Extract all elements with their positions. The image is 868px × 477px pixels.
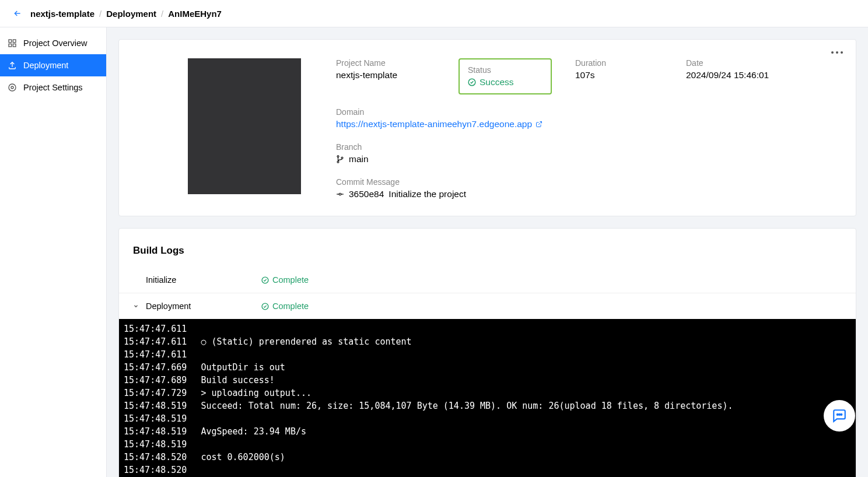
terminal-line: 15:47:47.611	[123, 348, 852, 361]
date-label: Date	[686, 58, 774, 68]
more-button[interactable]	[831, 51, 843, 54]
terminal-text: OutputDir is out	[201, 361, 285, 374]
ellipsis-icon	[831, 51, 843, 54]
sidebar-item-label: Project Settings	[23, 83, 83, 92]
domain-link[interactable]: https://nextjs-template-animeehyn7.edgeo…	[336, 119, 542, 129]
terminal-text: Succeed: Total num: 26, size: 15,084,107…	[201, 399, 733, 412]
project-name-block: Project Name nextjs-template	[336, 58, 435, 94]
branch-value: main	[336, 154, 835, 164]
breadcrumb-sep: /	[161, 9, 163, 19]
build-logs-title: Build Logs	[119, 245, 856, 267]
svg-point-20	[841, 414, 842, 415]
arrow-left-icon	[13, 9, 22, 18]
svg-point-8	[841, 51, 843, 54]
terminal-text: > uploading output...	[201, 387, 312, 399]
svg-point-13	[339, 193, 341, 195]
deployment-overview-card: Project Name nextjs-template Status Succ…	[118, 39, 856, 216]
svg-point-7	[836, 51, 838, 54]
terminal-timestamp: 15:47:47.611	[123, 335, 187, 348]
date-block: Date 2024/09/24 15:46:01	[686, 58, 774, 94]
duration-label: Duration	[575, 58, 663, 68]
terminal-line: 15:47:47.689Build success!	[123, 374, 852, 387]
domain-block: Domain https://nextjs-template-animeehyn…	[336, 107, 835, 129]
terminal-line: 15:47:48.520	[123, 464, 852, 476]
sidebar: Project Overview Deployment Project Sett…	[0, 27, 107, 477]
domain-label: Domain	[336, 107, 835, 117]
svg-rect-2	[9, 44, 12, 47]
svg-point-19	[839, 414, 840, 415]
step-name: Deployment	[146, 301, 257, 311]
grid-icon	[7, 38, 18, 48]
project-name-value: nextjs-template	[336, 70, 435, 80]
terminal-line: 15:47:48.519	[123, 438, 852, 451]
sidebar-item-label: Deployment	[23, 61, 68, 70]
svg-rect-1	[13, 40, 16, 43]
duration-value: 107s	[575, 70, 663, 80]
svg-point-6	[831, 51, 834, 54]
commit-message: Initialize the project	[388, 189, 466, 199]
terminal-text: ○ (Static) prerendered as static content	[201, 335, 411, 348]
topbar: nextjs-template / Deployment / AnIMeEHyn…	[0, 0, 868, 27]
chevron-icon	[133, 275, 141, 285]
git-commit-icon	[336, 190, 344, 198]
breadcrumb-sep: /	[99, 9, 102, 19]
terminal-timestamp: 15:47:47.729	[123, 387, 187, 399]
svg-rect-3	[13, 44, 16, 47]
terminal-timestamp: 15:47:47.669	[123, 361, 187, 374]
terminal-text: AvgSpeed: 23.94 MB/s	[201, 425, 306, 438]
terminal-line: 15:47:48.519Succeed: Total num: 26, size…	[123, 399, 852, 412]
terminal-line: 15:47:48.519	[123, 412, 852, 425]
commit-hash: 3650e84	[349, 189, 384, 199]
external-link-icon	[536, 121, 542, 128]
complete-text: Complete	[272, 301, 309, 311]
date-value: 2024/09/24 15:46:01	[686, 70, 774, 80]
breadcrumb-deployment[interactable]: Deployment	[106, 9, 156, 19]
back-button[interactable]	[12, 8, 23, 19]
svg-point-4	[11, 86, 13, 89]
chat-icon	[832, 408, 847, 423]
check-circle-icon	[261, 303, 269, 310]
terminal-timestamp: 15:47:47.611	[123, 348, 187, 361]
terminal-line: 15:47:47.729> uploading output...	[123, 387, 852, 399]
terminal-timestamp: 15:47:48.519	[123, 399, 187, 412]
log-step-deployment[interactable]: Deployment Complete	[119, 293, 856, 319]
terminal-timestamp: 15:47:48.519	[123, 425, 187, 438]
breadcrumb-project[interactable]: nextjs-template	[30, 9, 94, 19]
breadcrumb: nextjs-template / Deployment / AnIMeEHyn…	[30, 9, 222, 19]
main-content: Project Name nextjs-template Status Succ…	[107, 27, 868, 477]
gear-icon	[7, 82, 18, 93]
terminal-line: 15:47:47.611○ (Static) prerendered as st…	[123, 335, 852, 348]
terminal-line: 15:47:48.520cost 0.602000(s)	[123, 451, 852, 464]
terminal-line: 15:47:48.519AvgSpeed: 23.94 MB/s	[123, 425, 852, 438]
terminal-timestamp: 15:47:48.520	[123, 451, 187, 464]
log-step-initialize[interactable]: Initialize Complete	[119, 267, 856, 293]
terminal-timestamp: 15:47:47.611	[123, 322, 187, 335]
build-logs-card: Build Logs Initialize Complete Deploymen…	[118, 228, 856, 477]
status-text: Success	[480, 77, 514, 87]
chat-button[interactable]	[824, 400, 855, 432]
svg-point-5	[9, 84, 16, 91]
project-name-label: Project Name	[336, 58, 435, 68]
domain-text: https://nextjs-template-animeehyn7.edgeo…	[336, 119, 532, 129]
terminal-line: 15:47:47.669OutputDir is out	[123, 361, 852, 374]
branch-block: Branch main	[336, 142, 835, 164]
terminal-timestamp: 15:47:48.519	[123, 438, 187, 451]
branch-label: Branch	[336, 142, 835, 152]
terminal-text: Build success!	[201, 374, 274, 387]
sidebar-item-deployment[interactable]: Deployment	[0, 54, 106, 76]
terminal-text: cost 0.602000(s)	[201, 451, 285, 464]
status-value: Success	[468, 77, 542, 87]
terminal-output[interactable]: 15:47:47.61115:47:47.611○ (Static) prere…	[119, 319, 856, 477]
complete-text: Complete	[272, 275, 309, 285]
svg-point-12	[337, 161, 339, 163]
sidebar-item-overview[interactable]: Project Overview	[0, 32, 106, 54]
sidebar-item-settings[interactable]: Project Settings	[0, 76, 106, 99]
check-circle-icon	[261, 276, 269, 284]
chevron-down-icon	[133, 303, 141, 309]
upload-icon	[7, 60, 18, 71]
terminal-timestamp: 15:47:47.689	[123, 374, 187, 387]
commit-label: Commit Message	[336, 177, 835, 187]
step-status: Complete	[261, 301, 309, 311]
breadcrumb-id[interactable]: AnIMeEHyn7	[168, 9, 222, 19]
status-label: Status	[468, 65, 542, 75]
